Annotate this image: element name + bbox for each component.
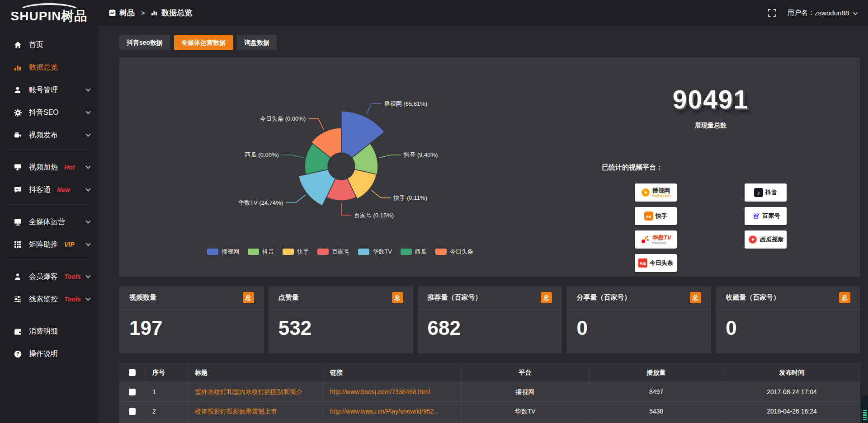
platform-badge-wasu: 华数TVwasu.cn [635,230,677,249]
legend-item-西瓜[interactable]: 西瓜 [401,248,427,256]
pie-label-line [282,155,303,158]
pie-label-line [308,119,324,130]
wasu-icon [641,235,650,244]
chevron-down-icon [85,164,90,169]
legend-item-快手[interactable]: 快手 [283,248,309,256]
sidebar-item-data-overview[interactable]: 数据总览 [0,57,98,77]
breadcrumb-home[interactable]: 树品 [119,8,135,18]
select-all-checkbox[interactable] [129,369,136,376]
wallet-icon [14,327,22,335]
pie-label: 快手 (0.11%) [393,194,427,201]
pie-label: 华数TV (24.74%) [238,199,283,206]
user-icon [14,86,22,94]
sidebar-item-home[interactable]: 首页 [0,35,98,55]
user-menu[interactable]: 用户名： zswodun88 [788,9,857,17]
total-badge: 总 [243,292,254,303]
sidebar-item-label: 账号管理 [29,85,58,95]
total-badge: 总 [839,292,850,303]
sidebar-item-spend-detail[interactable]: 消费明细 [0,321,98,341]
sidebar-item-label: 视频发布 [29,131,58,140]
home-icon [14,41,22,49]
bar-chart-icon [14,63,22,71]
sidebar-item-label: 会员爆客 [29,272,58,282]
sidebar-item-label: 消费明细 [29,327,58,336]
username-label: 用户名： [788,9,815,17]
row-plays: 5438 [590,402,723,421]
stat-value: 197 [119,310,264,339]
question-circle-icon: ? [14,350,22,358]
row-time: 2018-04-26 16:24 [723,402,860,421]
legend-swatch [358,249,369,255]
row-checkbox[interactable] [129,389,136,395]
app-icon [109,9,116,16]
col-header-plays: 播放量 [590,363,723,382]
svg-text:?: ? [16,351,19,357]
legend-swatch [317,249,329,255]
sidebar-item-member-baoke[interactable]: 会员爆客 Tools [0,267,98,287]
topbar: 树品 > 数据总览 用户名： zswodun88 [98,0,868,26]
legend-label: 抖音 [262,248,274,256]
legend-item-抖音[interactable]: 抖音 [248,248,274,256]
legend-item-播视网[interactable]: 播视网 [207,248,239,256]
fullscreen-icon[interactable] [768,9,776,17]
legend-swatch [207,249,218,255]
videos-table: 序号 标题 链接 平台 播放量 发布时间 1 室外水纹灯和室内水纹灯的区别和简介… [119,363,860,423]
pie-sector-华数TV[interactable] [298,169,335,206]
gear-icon [14,108,22,117]
table-row-partial [119,421,860,423]
legend-item-今日头条[interactable]: 今日头条 [435,248,473,256]
legend-item-华数TV[interactable]: 华数TV [358,248,392,256]
grid-icon [14,240,22,249]
legend-label: 快手 [297,248,309,256]
sidebar-item-lead-monitor[interactable]: 线索监控 Tools [0,289,98,309]
row-time: 2017-08-24 17:04 [723,382,860,401]
platform-badge-toutiao: 头条 今日头条 [635,254,677,272]
chart-legend: 播视网抖音快手百家号华数TV西瓜今日头条 [119,248,561,256]
chevron-down-icon [85,109,90,114]
sidebar-item-matrix-boost[interactable]: 矩阵助推 VIP [0,235,98,254]
sidebar-item-account[interactable]: 账号管理 [0,80,98,100]
pie-label-line [366,103,382,114]
legend-label: 百家号 [332,248,349,256]
platforms-title: 已统计的视频平台： [602,163,860,172]
svg-text:♪: ♪ [757,189,760,196]
col-header-no: 序号 [145,363,188,382]
svg-text:66: 66 [646,214,651,219]
sidebar-item-omnimedia[interactable]: 全媒体运营 [0,212,98,232]
platform-badge-xigua: 西瓜视频 [745,230,787,249]
summary-divider [601,143,821,143]
pie-label: 西瓜 (0.00%) [245,151,279,158]
kuaishou-icon: 66 [644,212,653,221]
tab-omnimedia-data[interactable]: 全媒体运营数据 [174,35,233,50]
sidebar-item-help[interactable]: ? 操作说明 [0,344,98,364]
video-url-link[interactable]: http://www.wasu.cn/Play/show/id/952... [323,402,461,421]
col-header-link: 链接 [323,363,461,382]
legend-swatch [283,249,294,255]
tab-inquiry-data[interactable]: 询盘数据 [237,35,277,50]
stat-card-video-count: 视频数量总 197 [119,286,264,353]
chevron-down-icon [853,10,858,15]
tab-douyin-seo-data[interactable]: 抖音seo数据 [119,35,170,50]
sidebar: SHUPIN树品 首页 数据总览 账号管理 抖音SEO 视频发布 [0,0,98,423]
sidebar-item-label: 全媒体运营 [29,217,65,227]
sidebar-item-video-heat[interactable]: 视频加热 Hot [0,157,98,177]
sidebar-item-douyin-seo[interactable]: 抖音SEO [0,103,98,122]
col-header-platform: 平台 [461,363,590,382]
stat-card-recommend: 推荐量（百家号）总 682 [418,286,562,353]
table-row: 1 室外水纹灯和室内水纹灯的区别和简介 http://www.boosj.com… [119,382,860,402]
chat-widget[interactable] [862,396,868,423]
username-value: zswodun88 [815,9,849,17]
platform-badge-baijiahao: 百 百家号 [745,207,787,225]
chevron-down-icon [85,86,90,91]
video-title-link[interactable]: 室外水纹灯和室内水纹灯的区别和简介 [188,382,323,401]
boosj-icon [641,188,650,197]
breadcrumb-current[interactable]: 数据总览 [161,8,192,18]
sidebar-divider [7,259,91,259]
video-url-link[interactable]: http://www.boosj.com/7338468.html [323,382,461,401]
legend-item-百家号[interactable]: 百家号 [317,248,349,256]
video-title-link[interactable]: 楼体投影灯投影效果震撼上市 [188,402,323,421]
chevron-down-icon [85,241,90,246]
row-checkbox[interactable] [129,408,136,415]
sidebar-item-video-publish[interactable]: 视频发布 [0,125,98,145]
sidebar-item-doketong[interactable]: 抖客通 New [0,180,98,200]
